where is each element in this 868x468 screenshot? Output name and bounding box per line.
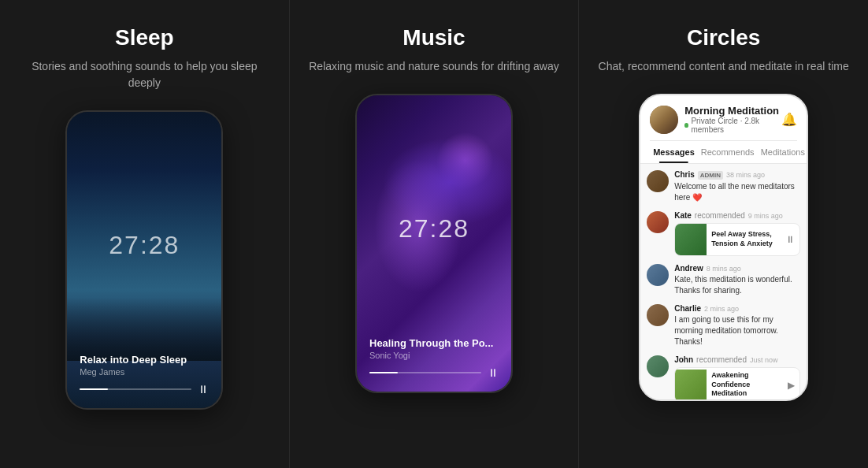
msg-time-charlie: 2 mins ago	[704, 305, 739, 313]
music-timer: 27:28	[399, 214, 469, 243]
msg-content-andrew: Andrew 8 mins ago Kate, this meditation …	[674, 264, 800, 296]
group-avatar	[650, 106, 678, 134]
heart-icon: ❤️	[692, 193, 702, 202]
sleep-progress-bar	[80, 388, 191, 390]
music-track-title: Healing Through the Po...	[369, 337, 499, 349]
group-avatar-image	[650, 106, 678, 134]
recommended-card-kate[interactable]: Peel Away Stress, Tension & Anxiety ⏸	[674, 223, 800, 256]
circles-title: Circles	[687, 25, 760, 50]
recommended-card-john[interactable]: Awakening Confidence Meditation ▶	[674, 367, 800, 401]
music-controls: ⏸	[369, 366, 499, 379]
avatar-chris	[647, 170, 669, 192]
sleep-phone: 27:28 Relax into Deep Sleep Meg James ⏸	[65, 110, 223, 410]
music-progress-bar	[369, 372, 481, 373]
avatar-charlie	[647, 304, 669, 326]
msg-name-andrew: Andrew	[674, 264, 703, 273]
circles-subtitle: Chat, recommend content and meditate in …	[599, 58, 849, 75]
msg-header-chris: Chris admin 38 mins ago	[674, 170, 800, 180]
circles-tabs: Messages Recommends Meditations	[650, 140, 797, 163]
msg-time-chris: 38 mins ago	[726, 171, 765, 179]
msg-content-charlie: Charlie 2 mins ago I am going to use thi…	[674, 304, 800, 347]
msg-content-chris: Chris admin 38 mins ago Welcome to all t…	[674, 170, 800, 203]
rec-title-john: Awakening Confidence Meditation	[711, 371, 778, 399]
admin-badge: admin	[698, 171, 723, 180]
message-item: Andrew 8 mins ago Kate, this meditation …	[647, 264, 800, 296]
message-item: Chris admin 38 mins ago Welcome to all t…	[647, 170, 800, 203]
circles-header: Morning Meditation Private Circle · 2.8k…	[640, 95, 807, 164]
music-subtitle: Relaxing music and nature sounds for dri…	[309, 58, 559, 75]
sleep-trees-decoration	[67, 298, 221, 361]
msg-time-andrew: 8 mins ago	[707, 265, 741, 273]
msg-header-charlie: Charlie 2 mins ago	[674, 304, 800, 313]
sleep-title: Sleep	[115, 25, 174, 50]
sleep-screen: 27:28 Relax into Deep Sleep Meg James ⏸	[67, 112, 221, 408]
music-progress-fill	[369, 372, 398, 373]
sleep-track-info: Relax into Deep Sleep Meg James ⏸	[80, 354, 209, 396]
sleep-track-title: Relax into Deep Sleep	[80, 354, 209, 366]
msg-recommended-label: recommended	[695, 211, 745, 220]
msg-header-john: John recommended Just now	[674, 355, 800, 364]
tab-recommends[interactable]: Recommends	[698, 141, 758, 163]
circles-panel: Circles Chat, recommend content and medi…	[578, 0, 868, 468]
music-swirl-decoration	[357, 95, 511, 313]
group-info: Morning Meditation Private Circle · 2.8k…	[650, 105, 797, 134]
msg-header-kate: Kate recommended 9 mins ago	[674, 211, 800, 220]
msg-header-andrew: Andrew 8 mins ago	[674, 264, 800, 273]
music-phone: 27:28 Healing Through the Po... Sonic Yo…	[355, 94, 513, 393]
msg-name-charlie: Charlie	[674, 304, 701, 313]
sleep-controls: ⏸	[80, 383, 209, 396]
msg-text-andrew: Kate, this meditation is wonderful. Than…	[674, 274, 800, 296]
sleep-progress-fill	[80, 388, 108, 390]
rec-play-icon[interactable]: ⏸	[781, 234, 799, 245]
sleep-panel: Sleep Stories and soothing sounds to hel…	[0, 0, 289, 468]
group-name: Morning Meditation	[684, 105, 781, 117]
group-meta: Private Circle · 2.8k members	[684, 117, 781, 134]
music-panel: Music Relaxing music and nature sounds f…	[289, 0, 579, 468]
rec-thumb-lime	[675, 370, 707, 401]
avatar-kate	[647, 211, 669, 233]
sleep-track-author: Meg James	[80, 367, 209, 377]
message-item: Kate recommended 9 mins ago Peel Away St…	[647, 211, 800, 256]
msg-name-chris: Chris	[674, 170, 695, 179]
avatar-andrew	[647, 264, 669, 286]
sleep-pause-icon[interactable]: ⏸	[198, 383, 209, 396]
msg-time-john: Just now	[750, 356, 778, 364]
messages-list: Chris admin 38 mins ago Welcome to all t…	[640, 164, 807, 401]
msg-text-charlie: I am going to use this for my morning me…	[674, 314, 800, 347]
online-dot	[684, 123, 688, 128]
msg-content-john: John recommended Just now Awakening Conf…	[674, 355, 800, 401]
music-track-info: Healing Through the Po... Sonic Yogi ⏸	[369, 337, 499, 379]
avatar-john	[647, 355, 669, 377]
rec-thumb-green	[675, 224, 707, 255]
music-pause-icon[interactable]: ⏸	[488, 366, 499, 379]
notification-bell-icon[interactable]: 🔔	[781, 112, 797, 127]
rec-info-kate: Peel Away Stress, Tension & Anxiety	[707, 227, 781, 251]
music-track-author: Sonic Yogi	[369, 351, 499, 360]
music-title: Music	[402, 25, 465, 50]
msg-content-kate: Kate recommended 9 mins ago Peel Away St…	[674, 211, 800, 256]
msg-name-john: John	[674, 355, 693, 364]
msg-text-chris: Welcome to all the new meditators here ❤…	[674, 181, 800, 203]
sleep-subtitle: Stories and soothing sounds to help you …	[16, 58, 273, 91]
tab-messages[interactable]: Messages	[650, 141, 698, 163]
rec-play-icon-john[interactable]: ▶	[783, 380, 799, 391]
msg-time-kate: 9 mins ago	[748, 212, 783, 220]
msg-name-kate: Kate	[674, 211, 692, 220]
sleep-timer: 27:28	[109, 231, 180, 260]
tab-meditations[interactable]: Meditations	[758, 141, 808, 163]
rec-title-kate: Peel Away Stress, Tension & Anxiety	[711, 230, 776, 248]
rec-info-john: Awakening Confidence Meditation	[707, 368, 783, 401]
message-item: John recommended Just now Awakening Conf…	[647, 355, 800, 401]
message-item: Charlie 2 mins ago I am going to use thi…	[647, 304, 800, 347]
music-screen: 27:28 Healing Through the Po... Sonic Yo…	[357, 95, 511, 392]
msg-recommended-label-john: recommended	[696, 355, 747, 364]
group-details: Morning Meditation Private Circle · 2.8k…	[684, 105, 781, 134]
circles-phone: Morning Meditation Private Circle · 2.8k…	[639, 94, 808, 401]
